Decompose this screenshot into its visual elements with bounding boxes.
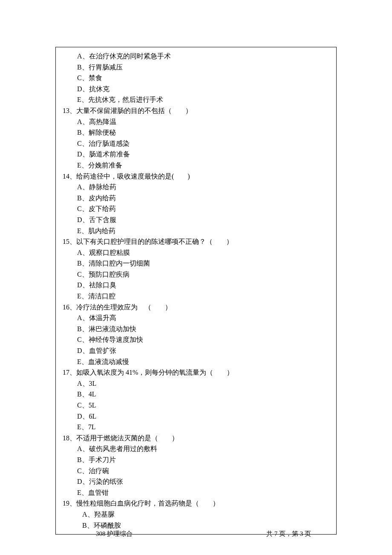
- option-c: C、5L: [60, 400, 332, 411]
- footer-page-number: 共 7 页，第 3 页: [266, 529, 311, 539]
- question-17: 17、如吸入氧浓度为 41%，则每分钟的氧流量为（ ）: [60, 367, 332, 378]
- question-14: 14、给药途径中，吸收速度最快的是( ): [60, 171, 332, 182]
- option-b: B、手术刀片: [60, 454, 332, 465]
- option-b: B、淋巴液流动加快: [60, 324, 332, 335]
- option-d: D、抗休克: [60, 84, 332, 95]
- option-a: A、静脉给药: [60, 182, 332, 193]
- option-d: D、血管扩张: [60, 345, 332, 356]
- option-a: A、羟基脲: [60, 509, 332, 520]
- option-c: C、神经传导速度加快: [60, 334, 332, 345]
- option-b: B、清除口腔内一切细菌: [60, 258, 332, 269]
- option-c: C、皮下给药: [60, 203, 332, 214]
- option-d: D、舌下含服: [60, 214, 332, 225]
- footer-subject: 308 护理综合: [96, 529, 133, 539]
- question-18: 18、不适用于燃烧法灭菌的是（ ）: [60, 433, 332, 444]
- option-e: E、先抗休克，然后进行手术: [60, 94, 332, 105]
- option-e: E、分娩前准备: [60, 160, 332, 171]
- option-e: E、血管钳: [60, 487, 332, 498]
- option-d: D、污染的纸张: [60, 476, 332, 487]
- option-d: D、肠道术前准备: [60, 149, 332, 160]
- option-a: A、在治疗休克的同时紧急手术: [60, 51, 332, 62]
- option-e: E、血液流动减慢: [60, 356, 332, 367]
- option-d: D、6L: [60, 411, 332, 422]
- option-c: C、预防口腔疾病: [60, 269, 332, 280]
- option-d: D、祛除口臭: [60, 280, 332, 291]
- option-e: E、肌内给药: [60, 225, 332, 237]
- option-a: A、3L: [60, 378, 332, 389]
- option-c: C、禁食: [60, 72, 332, 84]
- option-b: B、行胃肠减压: [60, 62, 332, 73]
- option-e: E、7L: [60, 422, 332, 433]
- page-footer: 308 护理综合 共 7 页，第 3 页: [0, 529, 392, 539]
- question-15: 15、以下有关口腔护理目的的陈述哪项不正确？（ ）: [60, 236, 332, 247]
- option-b: B、4L: [60, 389, 332, 400]
- option-a: A、体温升高: [60, 312, 332, 324]
- option-a: A、破伤风患者用过的敷料: [60, 443, 332, 454]
- question-13: 13、大量不保留灌肠的目的不包括（ ）: [60, 105, 332, 116]
- option-c: C、治疗肠道感染: [60, 138, 332, 149]
- exam-content-box: A、在治疗休克的同时紧急手术 B、行胃肠减压 C、禁食 D、抗休克 E、先抗休克…: [55, 47, 337, 535]
- option-a: A、观察口腔粘膜: [60, 247, 332, 258]
- option-e: E、清洁口腔: [60, 291, 332, 302]
- option-b: B、皮内给药: [60, 193, 332, 204]
- option-c: C、治疗碗: [60, 465, 332, 477]
- question-19: 19、慢性粒细胞白血病化疗时，首选药物是（ ）: [60, 498, 332, 509]
- question-16: 16、冷疗法的生理效应为 （ ）: [60, 302, 332, 313]
- option-a: A、高热降温: [60, 116, 332, 127]
- option-b: B、解除便秘: [60, 127, 332, 138]
